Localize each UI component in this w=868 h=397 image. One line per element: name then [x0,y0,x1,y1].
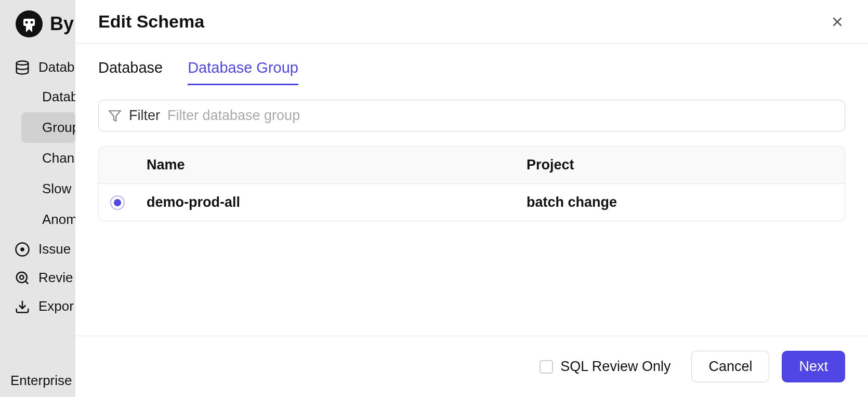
logo[interactable]: By [0,5,75,53]
filter-icon [108,109,122,123]
svg-point-4 [17,61,29,65]
tab-database[interactable]: Database [98,59,163,85]
sql-review-label: SQL Review Only [560,359,670,375]
download-icon [15,299,30,314]
filter-bar: Filter [98,100,845,131]
sql-review-only-option[interactable]: SQL Review Only [540,359,670,375]
modal-footer: SQL Review Only Cancel Next [75,336,868,397]
nav-issues[interactable]: Issue [15,235,75,263]
tab-database-group[interactable]: Database Group [188,59,298,85]
svg-point-3 [31,21,33,24]
review-icon [15,270,30,286]
sql-review-checkbox[interactable] [540,360,553,374]
svg-point-8 [20,275,24,280]
row-radio[interactable] [110,195,125,210]
nav-sub-change[interactable]: Chan [42,143,75,174]
modal-title: Edit Schema [98,11,204,32]
issue-icon [15,242,30,257]
next-button[interactable]: Next [782,351,845,382]
svg-rect-1 [23,19,35,26]
nav-sub-anomaly[interactable]: Anom [42,204,75,235]
svg-point-6 [21,248,24,250]
sidebar: By Datab Datab Group Chan Slow Anom Issu… [0,0,75,397]
nav-sub-slow[interactable]: Slow [42,174,75,204]
plan-label: Enterprise [10,373,72,389]
nav-sub-groups[interactable]: Group [21,112,75,143]
database-icon [15,60,30,75]
svg-point-2 [25,21,28,24]
filter-label: Filter [129,108,160,124]
nav-database[interactable]: Datab [15,53,75,82]
filter-input[interactable] [167,108,835,124]
column-name: Name [147,157,527,173]
column-project: Project [527,157,833,173]
modal-body: Database Database Group Filter Name Proj… [75,44,868,336]
edit-schema-modal: Edit Schema Database Database Group Filt… [75,0,868,397]
app-name: By [50,13,74,35]
table-header: Name Project [99,147,845,184]
svg-marker-12 [109,111,121,121]
database-group-table: Name Project demo-prod-all batch change [98,146,845,221]
cell-name: demo-prod-all [147,194,527,210]
nav-export[interactable]: Expor [15,292,75,321]
tabs: Database Database Group [98,59,845,85]
cell-project: batch change [527,194,833,210]
nav-review[interactable]: Revie [15,263,75,292]
app-logo-icon [16,10,43,37]
table-row[interactable]: demo-prod-all batch change [99,184,845,221]
nav-sub-databases[interactable]: Datab [42,82,75,112]
cancel-button[interactable]: Cancel [691,351,769,382]
modal-header: Edit Schema [75,0,868,44]
svg-point-7 [17,272,27,282]
close-icon[interactable] [830,14,845,30]
